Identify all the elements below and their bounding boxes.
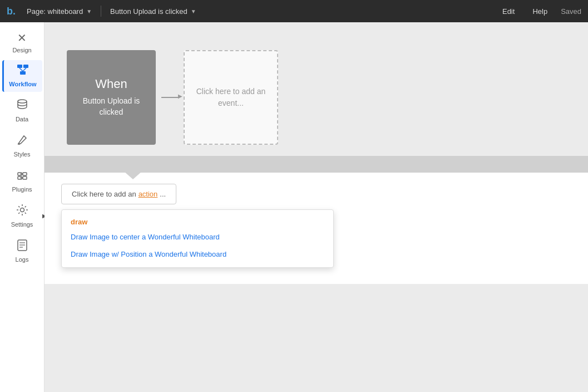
sidebar-item-settings[interactable]: Settings ▶ [2,199,42,232]
sidebar-plugins-label: Plugins [12,186,32,193]
styles-icon [16,134,28,149]
workflow-icon [16,65,29,79]
svg-rect-8 [23,173,27,175]
page-selector[interactable]: Page: whiteboard ▼ [27,7,92,16]
sidebar-design-label: Design [12,47,31,53]
sidebar-item-data[interactable]: Data [2,94,42,127]
workflow-chevron-icon: ▼ [191,8,196,14]
page-label: Page: whiteboard [27,7,83,16]
sidebar: ✕ Design Workflow [0,22,45,392]
edit-button[interactable]: Edit [498,5,519,18]
svg-point-13 [20,208,24,212]
topbar: b. Page: whiteboard ▼ Button Upload is c… [0,0,588,22]
add-action-wrapper: Click here to add an action ... draw Dra… [61,184,176,204]
sidebar-item-styles[interactable]: Styles [2,129,42,162]
svg-rect-2 [20,71,26,75]
when-label: When [95,77,127,91]
saved-status: Saved [561,7,581,16]
svg-rect-1 [23,65,28,68]
when-description: Button Upload is clicked [76,96,147,117]
svg-rect-11 [23,177,27,179]
svg-line-3 [19,68,23,71]
design-icon: ✕ [17,31,27,45]
svg-line-4 [23,68,26,71]
plugins-icon [16,169,28,184]
arrow-connector [156,50,184,145]
dropdown-item-1[interactable]: Draw Image w/ Position a Wonderful White… [62,246,333,263]
sidebar-logs-label: Logs [16,256,29,263]
sidebar-styles-label: Styles [14,151,31,158]
workflow-label: Button Upload is clicked [110,7,187,16]
arrow-line [161,97,178,98]
workflow-divider [45,156,588,173]
main-layout: ✕ Design Workflow [0,22,588,392]
page-chevron-icon: ▼ [86,8,92,14]
svg-point-5 [18,100,27,103]
sidebar-item-plugins[interactable]: Plugins [2,164,42,197]
sidebar-item-logs[interactable]: Logs [2,234,42,267]
svg-rect-0 [17,65,22,68]
dropdown-item-0[interactable]: Draw Image to center a Wonderful Whitebo… [62,228,333,246]
canvas-area: When Button Upload is clicked Click here… [45,22,588,392]
action-dropdown-menu: draw Draw Image to center a Wonderful Wh… [61,209,334,268]
workflow-top: When Button Upload is clicked Click here… [45,22,588,156]
workflow-selector[interactable]: Button Upload is clicked ▼ [110,7,196,16]
app-logo: b. [7,6,16,17]
click-here-text: Click here to add an [72,190,136,198]
add-event-block[interactable]: Click here to add an event... [184,50,278,145]
action-section: Click here to add an action ... draw Dra… [45,173,588,284]
add-action-button[interactable]: Click here to add an action ... [61,184,176,204]
dropdown-category: draw [62,214,333,228]
sidebar-data-label: Data [16,116,28,122]
add-event-text: Click here to add an event... [185,75,277,120]
settings-icon [16,204,28,219]
when-block: When Button Upload is clicked [67,50,156,145]
sidebar-settings-label: Settings [11,221,33,228]
action-link-text: action [139,190,158,198]
action-ellipsis-text: ... [160,190,166,198]
data-icon [16,99,28,114]
sidebar-item-workflow[interactable]: Workflow [2,60,42,92]
topbar-divider [101,6,101,17]
sidebar-workflow-label: Workflow [9,81,36,87]
logs-icon [17,239,28,254]
sidebar-item-design[interactable]: ✕ Design [2,27,42,58]
help-button[interactable]: Help [528,5,552,18]
